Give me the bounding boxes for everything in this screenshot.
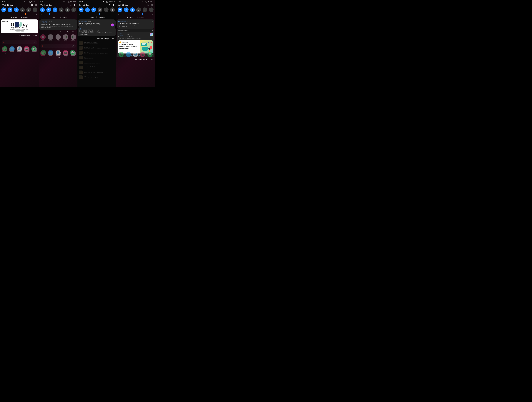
rotation-toggle[interactable]	[20, 7, 25, 12]
brightness-slider[interactable]	[4, 14, 35, 14]
expand-icon[interactable]: ⌄	[152, 21, 153, 22]
wifi-toggle[interactable]	[1, 7, 6, 12]
dock-chrome[interactable]: 🌐	[17, 46, 22, 51]
dock-phone[interactable]: 📞	[41, 50, 46, 55]
dock-chrome[interactable]: 🌐	[133, 52, 138, 57]
download-icon[interactable]: ⬇	[114, 57, 115, 58]
airplane-toggle[interactable]	[104, 7, 108, 12]
song-row[interactable]: Bandook Meri LailaA Gentleman · Ash King…	[77, 45, 116, 50]
notification-card[interactable]: 58 AccuBattery 11:09:23 ⌄ Now: -59,000 m…	[78, 27, 115, 36]
google-search-bar[interactable]: G 🎤	[2, 40, 37, 44]
dock-whatsapp[interactable]: 💬	[147, 52, 152, 57]
rotation-toggle[interactable]	[59, 7, 63, 12]
expand-icon[interactable]: ⌄	[113, 20, 114, 22]
sound-toggle[interactable]	[124, 7, 128, 12]
sound-toggle[interactable]	[46, 7, 51, 12]
dock-chrome[interactable]: 🌐	[56, 50, 61, 55]
notification-settings-link[interactable]: Notification settings	[19, 35, 31, 36]
wifi-toggle[interactable]	[118, 7, 122, 12]
dock-twitter[interactable]: 🐦	[126, 52, 131, 57]
close-icon[interactable]: ✕	[152, 30, 153, 31]
media-button[interactable]: ► Media	[50, 16, 55, 18]
notification-card[interactable]: ◎ My Galaxy 20:20 ⌄ Abhay - S2, starring…	[78, 19, 115, 27]
song-row[interactable]: BarfiBarfi · Mohit Chauhan ⬇	[77, 55, 116, 60]
brightness-slider[interactable]	[43, 14, 74, 14]
flashlight-toggle[interactable]	[110, 7, 115, 12]
rotation-toggle[interactable]	[136, 7, 141, 12]
notification-settings-link[interactable]: Notification settings	[58, 31, 70, 33]
song-row[interactable]: Bekhayali (Arijit Singh Version) [From "…	[77, 70, 116, 75]
song-row[interactable]: Be IntehaanRace 2 · Atif Aslam, Sunidhi …	[77, 60, 116, 65]
sound-toggle[interactable]	[8, 7, 12, 12]
brightness-expand[interactable]: ⌄	[152, 13, 153, 15]
app-gallery[interactable]: Gallery	[40, 34, 46, 41]
dock-instagram[interactable]: 📷	[24, 46, 29, 51]
media-button[interactable]: ► Media	[127, 16, 133, 18]
song-row[interactable]: BarfiMy Library·Player Radio · Mohit Cha…	[77, 75, 116, 80]
dock-phone[interactable]: 📞	[2, 46, 7, 51]
expand-icon[interactable]: ⌄	[113, 28, 114, 30]
wifi-toggle[interactable]	[40, 7, 45, 12]
sharechat-promo[interactable]: ShareChat Share jokes, news, memes, and …	[118, 40, 153, 53]
media-button[interactable]: ► Media	[89, 16, 94, 18]
power-icon[interactable]	[31, 4, 33, 6]
settings-icon[interactable]	[35, 4, 37, 6]
clear-button[interactable]: Clear	[33, 35, 37, 36]
dock-twitter[interactable]: 🐦	[48, 50, 53, 55]
dock-whatsapp[interactable]: 💬	[31, 46, 36, 51]
collapse-icon[interactable]: ⌃	[75, 21, 76, 23]
sound-toggle[interactable]	[85, 7, 90, 12]
dock-instagram[interactable]: 📷	[63, 50, 68, 55]
app-gmail[interactable]: Gmail	[63, 34, 69, 41]
bluetooth-toggle[interactable]	[53, 7, 57, 12]
settings-icon[interactable]	[73, 4, 76, 6]
bluetooth-toggle[interactable]	[130, 7, 135, 12]
song-row[interactable]: Yeh Jawaani Hai DeewaniVishal Dadlani, S…	[77, 41, 116, 45]
song-row[interactable]: Bang BangBang Bang · Vishal-Shekhar, Ben…	[77, 50, 116, 55]
download-icon[interactable]: ⬇	[114, 67, 115, 68]
brightness-expand[interactable]: ⌄	[113, 13, 114, 15]
flashlight-toggle[interactable]	[71, 7, 76, 12]
download-icon[interactable]: ⬇	[114, 52, 115, 54]
power-icon[interactable]	[108, 4, 111, 6]
brightness-expand[interactable]: ⌄	[75, 13, 76, 15]
devices-button[interactable]: ⠿Devices	[21, 16, 28, 18]
flashlight-toggle[interactable]	[33, 7, 37, 12]
samsung-ad-card[interactable]: SAMSUNG G xy Unpacked for Every Fan Sep …	[1, 19, 38, 33]
wifi-toggle[interactable]	[79, 7, 83, 12]
brightness-slider[interactable]	[82, 14, 112, 14]
airplane-toggle[interactable]	[65, 7, 70, 12]
devices-button[interactable]: ⠿ Devices	[99, 16, 105, 18]
settings-icon[interactable]	[112, 4, 114, 6]
song-row[interactable]: Behti Hawa Sa Tha Woh3 Idiots · Shaan, S…	[77, 65, 116, 70]
devices-button[interactable]: ⠿ Devices	[60, 16, 66, 18]
airplane-toggle[interactable]	[26, 7, 31, 12]
google-search-bar[interactable]: G 🎤	[40, 44, 76, 48]
notification-card[interactable]: 21 AccuBattery 29:18:20 ⌄ Now: -1,007,00…	[117, 19, 154, 29]
flashlight-toggle[interactable]	[149, 7, 153, 12]
notification-settings-link[interactable]: Notification settings	[97, 38, 109, 39]
rotation-toggle[interactable]	[98, 7, 102, 12]
dock-whatsapp[interactable]: 💬	[70, 50, 75, 55]
bluetooth-toggle[interactable]	[14, 7, 19, 12]
settings-icon[interactable]	[151, 4, 153, 6]
dock-instagram[interactable]: 📷	[140, 52, 145, 57]
power-icon[interactable]	[147, 4, 149, 6]
download-icon[interactable]: ⬇	[114, 62, 115, 63]
brightness-expand[interactable]: ⌄	[36, 13, 37, 15]
download-icon[interactable]: ⬇	[114, 71, 115, 73]
app-play store[interactable]: Play Store	[70, 34, 76, 41]
brightness-slider[interactable]	[120, 14, 151, 14]
app-photos[interactable]: Photos	[55, 34, 61, 41]
ad-register-button[interactable]: REGISTER NOW	[15, 31, 24, 32]
clear-button[interactable]: Clear	[72, 31, 76, 33]
notification-card[interactable]: ◎ Samsung Services 08:30 ⌃ Activate now …	[39, 19, 77, 30]
app-slack[interactable]: ⧉ Slack	[48, 34, 54, 41]
bluetooth-toggle[interactable]	[91, 7, 96, 12]
download-icon[interactable]: ⬇	[114, 47, 115, 49]
devices-button[interactable]: ⠿ Devices	[137, 16, 144, 18]
power-icon[interactable]	[70, 4, 72, 6]
media-button[interactable]: ►Media	[11, 16, 17, 18]
download-icon[interactable]: ⬇	[114, 42, 115, 44]
dock-phone[interactable]: 📞	[119, 52, 124, 57]
